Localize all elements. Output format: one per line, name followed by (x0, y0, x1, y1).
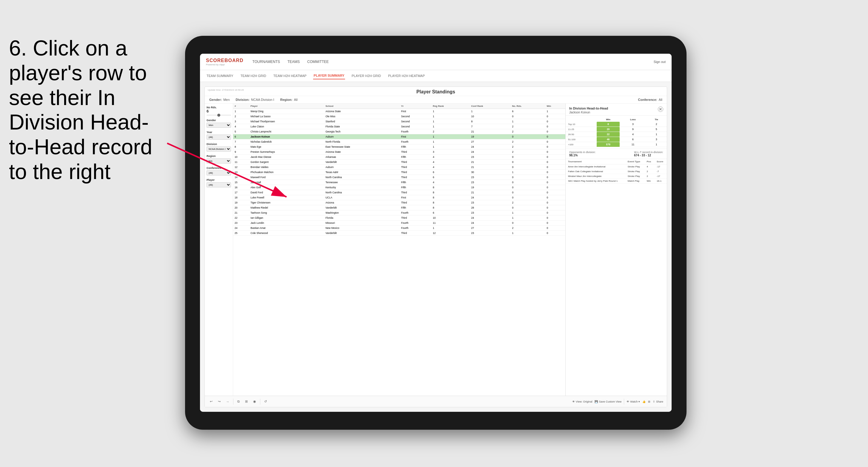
player-filter-select[interactable]: (All) (207, 182, 231, 187)
table-row[interactable]: 7 Nicholas Gabrelcik North Florida Fourt… (233, 139, 565, 145)
table-row[interactable]: 19 Tiger Christensen Arizona Third 8 23 … (233, 200, 565, 205)
undo-button[interactable]: ↩ (208, 399, 214, 404)
watch-icon: 👁 (626, 400, 629, 403)
h2h-row: 51-100 46 6 3 (566, 137, 667, 142)
gender-filter-select[interactable]: Men (207, 123, 231, 128)
cell-num: 7 (233, 139, 249, 145)
save-custom-button[interactable]: 💾 Save Custom View (595, 400, 621, 403)
cell-win: 0 (545, 226, 565, 231)
thumbs-button[interactable]: 👍 (642, 400, 646, 403)
cell-win: 0 (545, 215, 565, 220)
cell-reg: 8 (431, 190, 469, 195)
table-row[interactable]: 20 Matthew Riedel Vanderbilt Fifth 8 28 … (233, 205, 565, 210)
forward-button[interactable]: → (224, 399, 231, 404)
subnav-team-summary[interactable]: TEAM SUMMARY (206, 72, 234, 79)
opponents-label: Opponents in division: (569, 151, 596, 154)
division-filter-select[interactable]: NCAA Division I (207, 147, 231, 152)
camera-button[interactable]: ◉ (252, 399, 257, 404)
cell-conf: 27 (470, 226, 511, 231)
cell-win: 0 (545, 119, 565, 124)
sign-out-link[interactable]: Sign out (654, 60, 665, 64)
table-row[interactable]: 11 Gordon Sargent Vanderbilt Third 4 21 … (233, 160, 565, 165)
division-label: Division: (236, 98, 250, 101)
region-filter-select[interactable]: N/a (207, 158, 231, 163)
gender-filter-label: Gender (207, 119, 231, 122)
nav-tournaments[interactable]: TOURNAMENTS (252, 58, 280, 65)
table-row[interactable]: 6 Jackson Koivun Auburn First 1 19 0 0 (233, 134, 565, 139)
table-row[interactable]: 15 Jake Hall Tennessee Fifth 4 23 0 0 (233, 180, 565, 185)
t-col-score: Score (654, 159, 667, 164)
cell-reg: 1 (431, 119, 469, 124)
table-row[interactable]: 24 Bastian Amat New Mexico Fourth 1 27 2… (233, 226, 565, 231)
grid-button[interactable]: ⊞ (648, 400, 650, 403)
table-row[interactable]: 16 Alex Goff Kentucky Fifth 8 19 0 0 (233, 185, 565, 190)
table-row[interactable]: 14 Maxwell Ford North Carolina Third 6 2… (233, 175, 565, 180)
table-row[interactable]: 21 Taehoon Song Washington Fourth 6 23 1… (233, 210, 565, 215)
table-row[interactable]: 22 Ian Gilligan Florida Third 10 24 1 0 (233, 215, 565, 220)
division-value: NCAA Division I (251, 98, 274, 101)
table-row[interactable]: 4 Luke Claton Florida State Second 1 7 2… (233, 124, 565, 129)
copy-button[interactable]: ⧉ (236, 399, 241, 404)
table-row[interactable]: 17 David Ford North Carolina Third 8 21 … (233, 190, 565, 195)
cell-win: 0 (545, 205, 565, 210)
table-row[interactable]: 23 Jack Lundin Missouri Fourth 11 24 0 0 (233, 220, 565, 226)
h2h-loss: 6 (620, 137, 646, 142)
table-row[interactable]: 9 Preston Summerhays Arizona State Third… (233, 150, 565, 155)
watch-button[interactable]: 👁 Watch ▾ (626, 400, 640, 403)
subnav-team-h2h-heatmap[interactable]: TEAM H2H HEATMAP (273, 72, 307, 79)
subnav-player-summary[interactable]: PLAYER SUMMARY (313, 72, 345, 80)
table-row[interactable]: 1 Wenyi Ding Arizona State First 1 1 6 1 (233, 109, 565, 114)
cell-player: Jack Lundin (249, 220, 324, 226)
t-score: -17 (654, 164, 667, 169)
table-row[interactable]: 13 Phchuakon Malchon Texas A&M Third 6 3… (233, 170, 565, 175)
cell-reg: 4 (431, 160, 469, 165)
cell-rds: 2 (510, 150, 545, 155)
cell-num: 15 (233, 180, 249, 185)
table-row[interactable]: 2 Michael La Sasso Ole Miss Second 1 10 … (233, 114, 565, 119)
year-filter-select[interactable]: (All) (207, 134, 231, 139)
cell-school: Vanderbilt (324, 160, 399, 165)
table-row[interactable]: 10 Jacob Mac Diesse Arkansas Fifth 4 23 … (233, 155, 565, 160)
cell-yr: Fifth (400, 145, 431, 150)
nav-teams[interactable]: TEAMS (287, 58, 300, 65)
content-split: No Rds. 6 Gender Men (205, 103, 667, 396)
table-row[interactable]: 8 Mats Ege East Tennessee State Fifth 1 … (233, 145, 565, 150)
table-row[interactable]: 5 Christo Lamprecht Georgia Tech Fourth … (233, 129, 565, 134)
paste-button[interactable]: ⊞ (244, 399, 249, 404)
refresh-button[interactable]: ↺ (263, 399, 268, 404)
cell-reg: 1 (431, 145, 469, 150)
subnav-player-h2h-heatmap[interactable]: PLAYER H2H HEATMAP (388, 72, 425, 79)
cell-player: Luke Claton (249, 124, 324, 129)
cell-num: 22 (233, 215, 249, 220)
cell-num: 11 (233, 160, 249, 165)
cell-player: Matthew Riedel (249, 205, 324, 210)
h2h-win: 22 (597, 132, 620, 137)
view-original-button[interactable]: 👁 View: Original (572, 400, 592, 403)
table-row[interactable]: 3 Michael Thorbjornsen Stanford Second 1… (233, 119, 565, 124)
cell-yr: Fourth (400, 210, 431, 215)
cell-rds: 0 (510, 185, 545, 190)
h2h-row: >100 578 11 1 (566, 142, 667, 147)
redo-button[interactable]: ↪ (216, 399, 222, 404)
cell-player: Luke Powell (249, 195, 324, 200)
table-row[interactable]: 18 Luke Powell UCLA First 8 24 0 0 (233, 195, 565, 200)
table-row[interactable]: 25 Cole Sherwood Vanderbilt Third 12 23 … (233, 231, 565, 236)
t-score: -7 (654, 169, 667, 174)
conference-filter-select[interactable]: (All) (207, 170, 231, 176)
subnav-player-h2h-grid[interactable]: PLAYER H2H GRID (351, 72, 381, 79)
cell-rds: 2 (510, 145, 545, 150)
cell-win: 0 (545, 185, 565, 190)
cell-win: 1 (545, 109, 565, 114)
cell-win: 0 (545, 134, 565, 139)
cell-school: Missouri (324, 220, 399, 226)
cell-win: 0 (545, 220, 565, 226)
share-button[interactable]: ⇪ Share (653, 400, 663, 403)
subnav-team-h2h-grid[interactable]: TEAM H2H GRID (240, 72, 267, 79)
logo-sub: Powered by clippi (206, 63, 244, 66)
table-row[interactable]: 12 Brendan Valdes Auburn Third 4 21 0 0 (233, 165, 565, 170)
h2h-win: 46 (597, 137, 620, 142)
standings-panel: Update time: 27/03/2024 16:56:26 Player … (205, 87, 667, 407)
h2h-close-button[interactable]: ✕ (658, 106, 663, 112)
cell-school: Arizona State (324, 109, 399, 114)
nav-committee[interactable]: COMMITTEE (307, 58, 329, 65)
